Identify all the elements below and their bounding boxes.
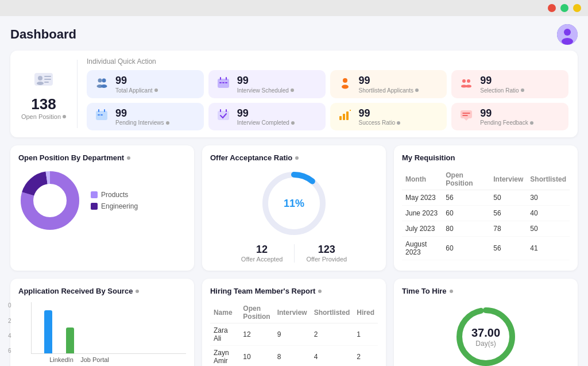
stat-card-selection-ratio[interactable]: 99 Selection Ratio xyxy=(451,70,568,98)
application-received-card: Application Received By Source 6 4 2 0 xyxy=(10,279,194,366)
total-applicant-icon xyxy=(94,76,110,93)
middle-row: Open Position By Department xyxy=(10,145,578,271)
interview-completed-label: Interview Completed xyxy=(237,120,295,126)
stat-info-shortlisted: 99 Shortlisted Applicants xyxy=(359,75,419,94)
shortlisted-label: Shortlisted Applicants xyxy=(359,87,419,94)
svg-point-19 xyxy=(343,78,347,83)
stat-card-total-applicant[interactable]: 99 Total Applicant xyxy=(87,70,204,98)
maximize-dot[interactable] xyxy=(573,4,581,12)
time-to-hire-title: Time To Hire xyxy=(402,287,570,295)
avatar[interactable] xyxy=(557,24,578,45)
svg-rect-33 xyxy=(339,116,342,120)
stat-card-shortlisted[interactable]: 99 Shortlisted Applicants xyxy=(330,70,447,98)
svg-point-9 xyxy=(98,78,102,82)
stat-info-interview-scheduled: 99 Interview Scheduled xyxy=(237,75,294,94)
offer-content: 11% 12 Offer Accepted 123 Offer Provided xyxy=(210,169,378,263)
info-icon xyxy=(136,290,139,293)
offer-provided-num: 123 xyxy=(306,244,347,256)
stat-card-pending-feedback[interactable]: 99 Pending Feedback xyxy=(451,103,568,131)
req-shortlisted: 50 xyxy=(527,221,570,237)
shortlisted-num: 99 xyxy=(359,75,419,87)
svg-point-2 xyxy=(562,38,573,45)
donut-content: Products Engineering xyxy=(18,169,186,232)
stat-card-interview-completed[interactable]: 99 Interview Completed xyxy=(208,103,326,131)
req-month: August 2023 xyxy=(402,237,442,260)
quick-action-label: Individual Quick Action xyxy=(87,57,568,66)
offer-progress-ring: 11% xyxy=(260,169,328,238)
table-row: Zara Ali12921 xyxy=(210,323,378,346)
success-ratio-num: 99 xyxy=(359,107,401,120)
donut-chart xyxy=(18,169,82,232)
offer-acceptance-title: Offer Acceptance Ratio xyxy=(210,153,378,162)
offer-percentage: 11% xyxy=(284,198,304,210)
close-dot[interactable] xyxy=(548,4,556,12)
hiring-col-name: Name xyxy=(210,302,239,323)
hiring-team-title: Hiring Team Member's Report xyxy=(210,287,378,295)
interview-completed-num: 99 xyxy=(237,107,295,120)
req-col-interview: Interview xyxy=(490,169,527,190)
offer-stats: 12 Offer Accepted 123 Offer Provided xyxy=(210,244,378,263)
req-col-shortlisted: Shortlisted xyxy=(527,169,570,190)
open-position-dept-title: Open Position By Department xyxy=(18,153,186,162)
requisition-table: Month Open Position Interview Shortliste… xyxy=(402,169,570,260)
svg-point-20 xyxy=(342,84,349,88)
hiring-col-hired: Hired xyxy=(353,302,378,323)
pending-interviews-icon xyxy=(94,108,110,125)
interview-scheduled-num: 99 xyxy=(237,75,294,87)
offer-accepted-stat: 12 Offer Accepted xyxy=(230,244,295,263)
hiring-table: Name Open Position Interview Shortlisted… xyxy=(210,302,378,366)
total-applicant-num: 99 xyxy=(115,75,158,87)
stat-info-interview-completed: 99 Interview Completed xyxy=(237,107,295,126)
open-position-block: 138 Open Position xyxy=(20,57,77,130)
offer-provided-label: Offer Provided xyxy=(306,256,347,263)
req-open: 60 xyxy=(442,237,490,260)
hiring-team-card: Hiring Team Member's Report Name Open Po… xyxy=(202,279,386,366)
svg-rect-31 xyxy=(220,109,221,112)
svg-rect-36 xyxy=(350,110,351,111)
success-ratio-label: Success Ratio xyxy=(359,120,401,126)
total-applicant-label: Total Applicant xyxy=(115,87,158,94)
legend-products: Products xyxy=(91,191,138,199)
open-position-dept-card: Open Position By Department xyxy=(10,145,194,271)
req-interview: 78 xyxy=(490,221,527,237)
svg-rect-17 xyxy=(222,82,225,83)
legend-engineering: Engineering xyxy=(91,202,138,210)
open-position-label: Open Position xyxy=(21,113,66,120)
stat-card-interview-scheduled[interactable]: 99 Interview Scheduled xyxy=(208,70,326,98)
stat-card-pending-interviews[interactable]: 99 Pending Interviews xyxy=(87,103,204,131)
pending-interviews-num: 99 xyxy=(115,107,169,120)
info-icon xyxy=(318,290,322,293)
time-unit: Day(s) xyxy=(471,340,500,348)
svg-rect-18 xyxy=(225,82,227,83)
stat-info-pending-feedback: 99 Pending Feedback xyxy=(480,107,533,126)
bar-chart-container: 6 4 2 0 LinkedIn Job Portal xyxy=(18,302,186,363)
req-open: 60 xyxy=(442,206,490,221)
info-icon xyxy=(127,156,130,160)
table-row: August 2023 60 56 41 xyxy=(402,237,570,260)
svg-rect-30 xyxy=(218,111,229,120)
titlebar xyxy=(0,0,588,16)
req-interview: 56 xyxy=(490,206,527,221)
table-row: June 2023 60 56 40 xyxy=(402,206,570,221)
interview-completed-icon xyxy=(215,108,231,125)
stat-info-pending-interviews: 99 Pending Interviews xyxy=(115,107,169,126)
req-month: June 2023 xyxy=(402,206,442,221)
main-container: Dashboard 138 xyxy=(0,16,588,366)
hiring-col-interview: Interview xyxy=(274,302,311,323)
selection-ratio-num: 99 xyxy=(480,75,524,87)
minimize-dot[interactable] xyxy=(560,4,568,12)
req-shortlisted: 30 xyxy=(527,190,570,206)
stat-info-success-ratio: 99 Success Ratio xyxy=(359,107,401,126)
svg-rect-16 xyxy=(219,82,222,83)
svg-point-21 xyxy=(462,79,466,83)
svg-rect-14 xyxy=(220,77,221,80)
y-axis-labels: 6 4 2 0 xyxy=(8,302,11,354)
bar-group-linkedin xyxy=(44,310,52,353)
stat-card-success-ratio[interactable]: 99 Success Ratio xyxy=(330,103,447,131)
stat-info-selection-ratio: 99 Selection Ratio xyxy=(480,75,524,94)
svg-rect-32 xyxy=(226,109,227,112)
table-row: July 2023 80 78 50 xyxy=(402,221,570,237)
engineering-dot xyxy=(91,203,98,210)
svg-rect-26 xyxy=(98,109,99,112)
time-value: 37.00 xyxy=(471,326,500,340)
